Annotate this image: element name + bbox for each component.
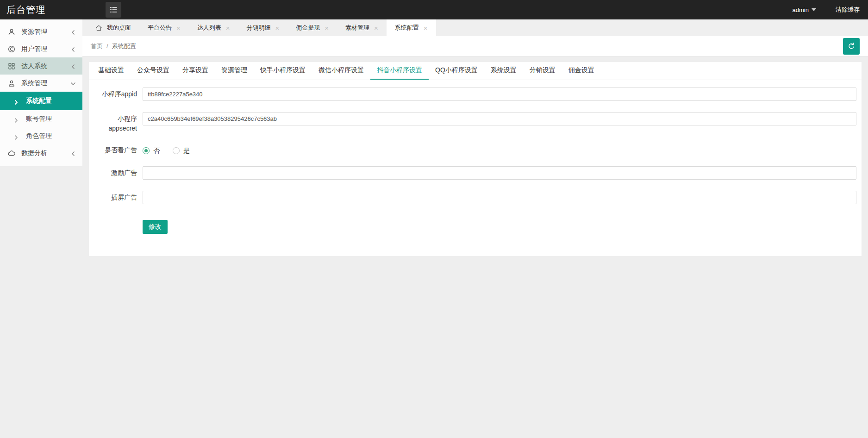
sidebar: 资源管理 用户管理 达人系统 [0,19,82,166]
grid-icon [7,62,16,70]
close-icon[interactable]: × [176,25,181,31]
tab-distribution-detail[interactable]: 分销明细 × [238,19,288,36]
sidebar-subitem-account-mgmt[interactable]: 账号管理 [0,110,82,127]
sidebar-item-label: 达人系统 [21,62,70,70]
person-icon [7,28,16,36]
sidebar-item-resource-mgmt[interactable]: 资源管理 [0,23,82,40]
close-icon[interactable]: × [275,25,280,31]
tab-label: 达人列表 [197,24,221,32]
tab-kuaishou-miniapp-settings[interactable]: 快手小程序设置 [254,62,312,80]
refresh-icon [847,42,856,50]
tab-share-settings[interactable]: 分享设置 [176,62,215,80]
close-icon[interactable]: × [325,25,329,31]
breadcrumb-home-link[interactable]: 首页 [91,42,103,50]
close-icon[interactable]: × [424,25,428,31]
radio-icon [173,147,180,154]
home-icon [95,25,102,31]
sidebar-item-label: 系统管理 [21,79,70,88]
radio-label: 否 [153,147,160,155]
tab-label: 佣金提现 [296,24,320,32]
appsecret-input[interactable] [143,112,856,125]
breadcrumb-separator: / [106,43,108,50]
radio-icon [143,147,150,154]
clear-cache-button[interactable]: 清除缓存 [836,6,860,14]
tab-qq-miniapp-settings[interactable]: QQ小程序设置 [429,62,484,80]
content-area: 我的桌面 平台公告 × 达人列表 × 分销明细 × 佣金提现 × 素材管理 × [82,19,868,438]
sidebar-item-label: 数据分析 [21,149,70,157]
tab-label: 分销明细 [247,24,271,32]
close-icon[interactable]: × [226,25,230,31]
breadcrumb-bar: 首页 / 系统配置 [82,36,868,56]
tab-douyin-miniapp-settings[interactable]: 抖音小程序设置 [370,62,429,80]
form-row-watch-ad: 是否看广告 否 是 [89,145,862,155]
sidebar-item-system-mgmt[interactable]: 系统管理 [0,75,82,92]
tab-platform-notice[interactable]: 平台公告 × [139,19,189,36]
settings-tabs: 基础设置 公众号设置 分享设置 资源管理 快手小程序设置 微信小程序设置 抖音小… [89,62,862,80]
username: admin [793,6,809,13]
form-row-appsecret: 小程序appsecret [89,112,862,134]
arrow-right-icon [14,99,19,103]
sidebar-subitem-system-config[interactable]: 系统配置 [0,92,82,110]
tab-commission-settings[interactable]: 佣金设置 [562,62,601,80]
chevron-left-icon [70,29,76,35]
tab-official-account-settings[interactable]: 公众号设置 [131,62,176,80]
chevron-down-icon [70,81,76,86]
radio-label: 是 [183,147,190,155]
reward-ad-label: 激励广告 [93,166,137,180]
tab-label: 系统配置 [395,24,419,32]
refresh-button[interactable] [843,38,860,55]
form-row-reward-ad: 激励广告 [89,166,862,180]
tab-resource-mgmt[interactable]: 资源管理 [215,62,254,80]
chevron-left-icon [70,63,76,69]
sidebar-item-label: 用户管理 [21,45,70,53]
tab-material-mgmt[interactable]: 素材管理 × [337,19,387,36]
radio-option-yes[interactable]: 是 [173,147,190,155]
tab-talent-list[interactable]: 达人列表 × [189,19,238,36]
arrow-right-icon [14,117,19,121]
tab-distribution-settings[interactable]: 分销设置 [523,62,562,80]
open-tabs-bar: 我的桌面 平台公告 × 达人列表 × 分销明细 × 佣金提现 × 素材管理 × [82,19,868,36]
sidebar-item-user-mgmt[interactable]: 用户管理 [0,40,82,57]
sidebar-subitem-role-mgmt[interactable]: 角色管理 [0,127,82,144]
sidebar-item-data-analysis[interactable]: 数据分析 [0,144,82,162]
tab-label: 素材管理 [345,24,369,32]
tab-label: 平台公告 [148,24,172,32]
topbar-right: admin 清除缓存 [793,6,868,14]
chevron-left-icon [70,150,76,156]
breadcrumb: 首页 / 系统配置 [91,42,136,50]
watch-ad-radio-group: 否 是 [143,146,190,155]
breadcrumb-current: 系统配置 [112,42,136,50]
settings-panel: 基础设置 公众号设置 分享设置 资源管理 快手小程序设置 微信小程序设置 抖音小… [89,62,862,256]
user-circle-icon [7,45,16,53]
tab-basic-settings[interactable]: 基础设置 [92,62,131,80]
topbar: 后台管理 admin 清除缓存 [0,0,868,19]
sidebar-item-talent-system[interactable]: 达人系统 [0,57,82,75]
sidebar-subitem-label: 账号管理 [26,115,52,123]
menu-list-icon [109,6,118,14]
chevron-down-icon [812,8,816,11]
cloud-icon [7,149,16,157]
tab-my-desktop[interactable]: 我的桌面 [87,19,139,36]
app-title: 后台管理 [0,4,82,16]
tab-commission-withdraw[interactable]: 佣金提现 × [287,19,337,36]
appid-input[interactable] [143,88,856,101]
form-row-interstitial-ad: 插屏广告 [89,191,862,204]
submit-button[interactable]: 修改 [143,220,168,234]
interstitial-ad-input[interactable] [143,191,856,204]
appsecret-label: 小程序appsecret [93,112,137,134]
radio-option-no[interactable]: 否 [143,147,160,155]
reward-ad-input[interactable] [143,166,856,180]
tab-system-settings[interactable]: 系统设置 [484,62,523,80]
user-icon [7,79,16,88]
chevron-left-icon [70,46,76,52]
tab-system-config[interactable]: 系统配置 × [387,19,436,36]
douyin-miniapp-form: 小程序appid 小程序appsecret 是否看广告 [89,80,862,234]
sidebar-subitem-label: 角色管理 [26,132,52,140]
close-icon[interactable]: × [374,25,378,31]
sidebar-toggle-button[interactable] [106,2,121,18]
sidebar-subitem-label: 系统配置 [26,97,52,105]
user-dropdown[interactable]: admin [793,6,816,13]
tab-wechat-miniapp-settings[interactable]: 微信小程序设置 [312,62,370,80]
sidebar-item-label: 资源管理 [21,28,70,36]
arrow-right-icon [14,134,19,138]
